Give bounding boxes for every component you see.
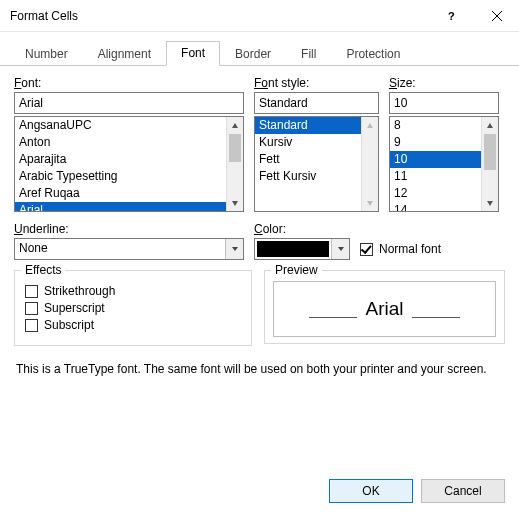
footer: OK Cancel (329, 479, 505, 503)
scroll-thumb[interactable] (484, 134, 496, 170)
underline-value: None (15, 239, 225, 259)
scroll-thumb[interactable] (229, 134, 241, 162)
tab-protection[interactable]: Protection (331, 42, 415, 66)
effects-group: Effects Strikethrough Superscript Subscr… (14, 270, 252, 346)
font-input[interactable] (14, 92, 244, 114)
list-item[interactable]: Arial (15, 202, 226, 211)
preview-legend: Preview (271, 263, 322, 277)
tab-border[interactable]: Border (220, 42, 286, 66)
underline-label: Underline: (14, 222, 244, 236)
subscript-checkbox[interactable]: Subscript (25, 318, 241, 332)
scroll-up-icon[interactable] (482, 117, 498, 134)
svg-marker-7 (487, 123, 493, 128)
svg-text:?: ? (448, 11, 455, 21)
truetype-note: This is a TrueType font. The same font w… (16, 362, 503, 376)
tab-alignment[interactable]: Alignment (83, 42, 166, 66)
svg-marker-3 (232, 123, 238, 128)
list-item[interactable]: Anton (15, 134, 226, 151)
tab-fill[interactable]: Fill (286, 42, 331, 66)
scroll-down-icon[interactable] (482, 194, 498, 211)
effects-legend: Effects (21, 263, 65, 277)
list-item[interactable]: Kursiv (255, 134, 361, 151)
list-item[interactable]: Fett (255, 151, 361, 168)
size-listbox[interactable]: 8910111214 (389, 116, 499, 212)
list-item[interactable]: Arabic Typesetting (15, 168, 226, 185)
svg-marker-6 (367, 201, 373, 206)
tab-number[interactable]: Number (10, 42, 83, 66)
preview-box: Arial (273, 281, 496, 337)
superscript-checkbox[interactable]: Superscript (25, 301, 241, 315)
cancel-button[interactable]: Cancel (421, 479, 505, 503)
scroll-up-icon[interactable] (362, 117, 378, 134)
list-item[interactable]: 12 (390, 185, 481, 202)
strikethrough-checkbox[interactable]: Strikethrough (25, 284, 241, 298)
color-combo[interactable] (254, 238, 350, 260)
fontstyle-label: Font style: (254, 76, 379, 90)
svg-marker-4 (232, 201, 238, 206)
checkbox-icon (25, 319, 38, 332)
list-item[interactable]: 8 (390, 117, 481, 134)
list-item[interactable]: 14 (390, 202, 481, 211)
underline-combo[interactable]: None (14, 238, 244, 260)
normal-font-checkbox[interactable]: Normal font (360, 242, 441, 256)
scroll-down-icon[interactable] (362, 194, 378, 211)
font-label: Font: (14, 76, 244, 90)
chevron-down-icon[interactable] (225, 239, 243, 259)
font-scrollbar[interactable] (226, 117, 243, 211)
tab-font[interactable]: Font (166, 41, 220, 66)
color-label: Color: (254, 222, 505, 236)
list-item[interactable]: AngsanaUPC (15, 117, 226, 134)
list-item[interactable]: 9 (390, 134, 481, 151)
list-item[interactable]: Standard (255, 117, 361, 134)
fontstyle-listbox[interactable]: StandardKursivFettFett Kursiv (254, 116, 379, 212)
size-input[interactable] (389, 92, 499, 114)
checkbox-icon (25, 302, 38, 315)
preview-line (412, 317, 460, 318)
scroll-down-icon[interactable] (227, 194, 243, 211)
svg-marker-5 (367, 123, 373, 128)
tab-bar: Number Alignment Font Border Fill Protec… (0, 32, 519, 66)
close-button[interactable] (474, 0, 519, 32)
style-scrollbar[interactable] (361, 117, 378, 211)
list-item[interactable]: Fett Kursiv (255, 168, 361, 185)
ok-button[interactable]: OK (329, 479, 413, 503)
list-item[interactable]: Aparajita (15, 151, 226, 168)
svg-marker-10 (338, 247, 344, 251)
list-item[interactable]: 11 (390, 168, 481, 185)
preview-line (309, 317, 357, 318)
window-title: Format Cells (10, 9, 429, 23)
font-listbox[interactable]: AngsanaUPCAntonAparajitaArabic Typesetti… (14, 116, 244, 212)
checkbox-icon (25, 285, 38, 298)
chevron-down-icon[interactable] (331, 239, 349, 259)
preview-text: Arial (365, 298, 403, 320)
svg-marker-9 (232, 247, 238, 251)
scroll-up-icon[interactable] (227, 117, 243, 134)
list-item[interactable]: 10 (390, 151, 481, 168)
checkbox-icon (360, 243, 373, 256)
titlebar: Format Cells ? (0, 0, 519, 32)
size-label: Size: (389, 76, 499, 90)
help-button[interactable]: ? (429, 0, 474, 32)
color-swatch (257, 241, 329, 257)
svg-marker-8 (487, 201, 493, 206)
list-item[interactable]: Aref Ruqaa (15, 185, 226, 202)
content: Font: AngsanaUPCAntonAparajitaArabic Typ… (0, 66, 519, 376)
fontstyle-input[interactable] (254, 92, 379, 114)
preview-group: Preview Arial (264, 270, 505, 344)
size-scrollbar[interactable] (481, 117, 498, 211)
